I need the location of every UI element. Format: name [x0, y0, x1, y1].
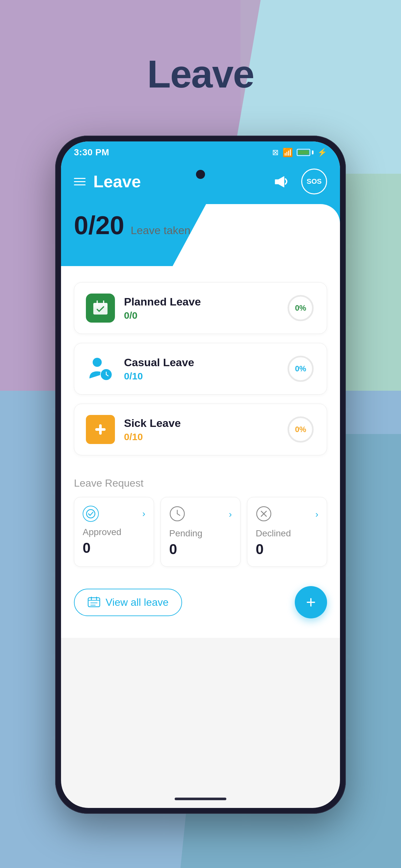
casual-leave-icon [86, 354, 115, 383]
main-content: Planned Leave 0/0 0% [61, 266, 340, 638]
casual-leave-card[interactable]: Casual Leave 0/10 0% [74, 343, 327, 395]
request-cards-row: › Approved 0 [74, 497, 327, 567]
svg-point-6 [93, 358, 102, 367]
home-indicator [175, 798, 226, 800]
casual-progress-text: 0% [295, 364, 306, 373]
approved-label: Approved [83, 527, 145, 537]
planned-leave-icon [86, 293, 115, 322]
planned-leave-left: Planned Leave 0/0 [86, 293, 201, 322]
leave-count-number: 0/20 [74, 211, 124, 240]
add-icon: + [306, 593, 316, 612]
declined-card-header: › [256, 506, 318, 523]
planned-leave-info: Planned Leave 0/0 [124, 296, 201, 321]
header-left: Leave [74, 172, 141, 191]
planned-progress-text: 0% [295, 304, 306, 313]
battery-tip [312, 151, 313, 154]
megaphone-icon [272, 173, 291, 190]
status-time: 3:30 PM [74, 147, 109, 158]
casual-leave-count: 0/10 [124, 371, 194, 382]
status-bar: 3:30 PM ⊠ 📶 ⚡ [61, 142, 340, 161]
sick-leave-icon [86, 415, 115, 444]
menu-line-3 [74, 184, 86, 185]
leave-cards-section: Planned Leave 0/0 0% [74, 273, 327, 471]
bolt-icon: ⚡ [317, 148, 327, 157]
leave-request-section: Leave Request › [74, 471, 327, 577]
calendar-list-icon [88, 596, 100, 608]
app-header-title: Leave [93, 172, 141, 191]
battery-box [297, 149, 310, 156]
approved-card-header: › [83, 506, 145, 522]
sos-button[interactable]: SOS [301, 168, 327, 194]
phone-screen: 3:30 PM ⊠ 📶 ⚡ L [61, 142, 340, 808]
sick-leave-title: Sick Leave [124, 417, 181, 430]
header-right: SOS [271, 168, 327, 194]
svg-rect-14 [95, 428, 105, 431]
planned-leave-card[interactable]: Planned Leave 0/0 0% [74, 282, 327, 334]
planned-leave-count: 0/0 [124, 310, 201, 321]
wifi-icon: 📶 [282, 148, 293, 158]
person-clock-icon [88, 356, 113, 382]
casual-leave-info: Casual Leave 0/10 [124, 356, 194, 382]
leave-request-title: Leave Request [74, 477, 327, 489]
svg-rect-1 [93, 303, 107, 307]
page-title-container: Leave [0, 52, 401, 96]
planned-leave-title: Planned Leave [124, 296, 201, 308]
pending-label: Pending [169, 528, 232, 538]
leave-count-label: Leave taken [131, 224, 190, 237]
menu-button[interactable] [74, 178, 86, 185]
declined-chevron-icon: › [315, 509, 318, 520]
status-icons: ⊠ 📶 ⚡ [272, 148, 327, 158]
approved-chevron-icon: › [143, 508, 145, 519]
view-all-button[interactable]: View all leave [74, 589, 182, 616]
sick-leave-info: Sick Leave 0/10 [124, 417, 181, 442]
menu-line-2 [74, 181, 86, 182]
view-all-label: View all leave [105, 596, 168, 609]
phone-mockup: 3:30 PM ⊠ 📶 ⚡ L [55, 135, 346, 814]
declined-count: 0 [256, 541, 318, 557]
battery-icon [297, 149, 313, 156]
page-title: Leave [0, 52, 401, 96]
svg-point-17 [87, 509, 95, 518]
casual-leave-title: Casual Leave [124, 356, 194, 369]
approved-count: 0 [83, 540, 145, 556]
camera-notch [196, 170, 205, 179]
calendar-check-icon [92, 300, 109, 316]
casual-progress-circle: 0% [286, 354, 315, 383]
approved-check-icon [83, 506, 99, 522]
leave-count-display: 0/20 Leave taken [74, 211, 327, 240]
sick-leave-card[interactable]: Sick Leave 0/10 0% [74, 404, 327, 455]
notification-button[interactable] [271, 171, 292, 192]
declined-x-icon [256, 506, 272, 523]
sick-leave-left: Sick Leave 0/10 [86, 415, 181, 444]
sick-progress-circle: 0% [286, 415, 315, 444]
approved-request-card[interactable]: › Approved 0 [74, 497, 154, 567]
menu-line-1 [74, 178, 86, 179]
pending-request-card[interactable]: › Pending 0 [160, 497, 241, 567]
signal-icon: ⊠ [272, 148, 279, 157]
sick-leave-count: 0/10 [124, 431, 181, 442]
declined-request-card[interactable]: › Declined 0 [247, 497, 327, 567]
battery-fill [298, 150, 309, 155]
pending-chevron-icon: › [229, 509, 232, 520]
planned-progress-circle: 0% [286, 293, 315, 322]
casual-leave-left: Casual Leave 0/10 [86, 354, 194, 383]
declined-label: Declined [256, 528, 318, 538]
svg-line-20 [177, 514, 180, 516]
pending-clock-icon [169, 506, 185, 523]
pending-count: 0 [169, 541, 232, 557]
sick-progress-text: 0% [295, 425, 306, 434]
leave-counter-section: 0/20 Leave taken [61, 204, 340, 266]
add-leave-button[interactable]: + [295, 586, 327, 618]
bottom-actions: View all leave + [74, 577, 327, 625]
pending-card-header: › [169, 506, 232, 523]
medical-cross-icon [92, 421, 109, 438]
app-header: Leave SOS [61, 161, 340, 204]
